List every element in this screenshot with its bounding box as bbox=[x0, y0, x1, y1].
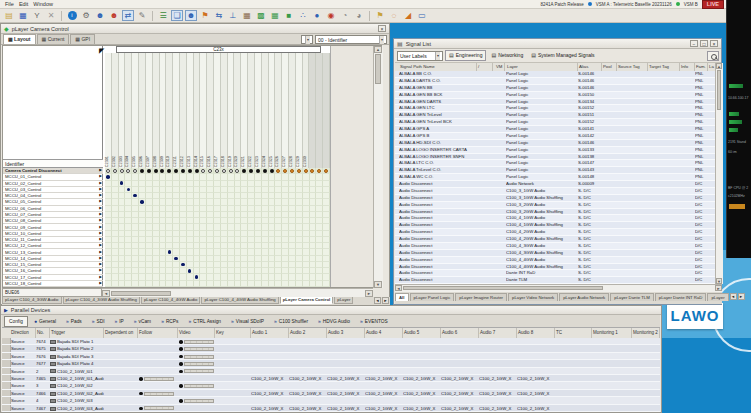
pen-icon[interactable]: ✎ bbox=[136, 10, 148, 21]
table-row[interactable]: Audio DisconnectC100_3_1GW Audio Shuffli… bbox=[395, 195, 715, 202]
column-header-info[interactable]: Info bbox=[680, 63, 695, 71]
matrix-cell[interactable] bbox=[228, 281, 235, 287]
table-row[interactable]: Source2C100_2_1GW_I01 bbox=[2, 368, 660, 375]
matrix-cell[interactable] bbox=[146, 281, 153, 287]
matrix-column-header[interactable] bbox=[309, 53, 316, 168]
swap-icon[interactable]: ⇆ bbox=[213, 10, 225, 21]
column-header-dependent-on[interactable]: Dependent on bbox=[104, 328, 138, 338]
matrix-column-header[interactable]: C2325 bbox=[269, 53, 276, 168]
matrix-cell[interactable] bbox=[269, 281, 276, 287]
video-control[interactable] bbox=[179, 384, 214, 389]
tab-scroll-icon[interactable]: ◄ bbox=[730, 293, 737, 300]
row-gutter[interactable] bbox=[2, 368, 11, 374]
delete-icon[interactable]: ✕ bbox=[45, 10, 57, 21]
row-gutter[interactable] bbox=[2, 405, 11, 411]
table-row[interactable]: Audio DisconnectC100_4_4GW Audio Shuffli… bbox=[395, 264, 715, 271]
matrix-cell[interactable] bbox=[180, 281, 187, 287]
video-control[interactable] bbox=[179, 354, 214, 359]
tab-layout[interactable]: ▦ Layout bbox=[3, 34, 36, 44]
table-row[interactable]: Source7466C100_2_1GW_I02_AudiC100_2_1GW_… bbox=[2, 390, 660, 397]
matrix-column-header[interactable]: C2317 bbox=[214, 53, 221, 168]
close-icon[interactable]: × bbox=[378, 25, 386, 32]
ramp-icon[interactable]: ◢ bbox=[402, 10, 414, 21]
system-monitor-window[interactable]: 10.66.100.172191 Stand60 imBF CPU @ 2c21… bbox=[726, 0, 751, 258]
box-icon[interactable]: ■ bbox=[283, 10, 295, 21]
menu-edit[interactable]: Edit bbox=[19, 1, 28, 7]
view-tab-networking[interactable]: ▤Networking bbox=[488, 50, 526, 61]
signal-layer-tab[interactable]: pLayer Imagine Router bbox=[455, 293, 507, 301]
column-header-key[interactable]: Key bbox=[215, 328, 251, 338]
matrix-cell[interactable] bbox=[200, 281, 207, 287]
video-control[interactable] bbox=[179, 399, 214, 404]
table-row[interactable]: ALBALA LOGO INSERTER CARTAPanel LogicS-0… bbox=[395, 147, 715, 154]
table-row[interactable]: ALBALA DARTS C.O.Panel LogicS-00146PNL bbox=[395, 78, 715, 85]
matrix-cell[interactable] bbox=[310, 281, 317, 287]
signal-layer-tab[interactable]: pLayer Audio Network bbox=[559, 293, 609, 301]
matrix-cell[interactable] bbox=[112, 281, 119, 287]
devices-tab-ip[interactable]: »IP bbox=[110, 317, 127, 326]
maximize-icon[interactable]: □ bbox=[700, 40, 708, 47]
search-icon[interactable]: ◌ bbox=[388, 10, 400, 21]
routing-matrix-grid[interactable] bbox=[105, 168, 330, 287]
column-header-direction[interactable]: Direction bbox=[10, 328, 36, 338]
column-header-fam-[interactable]: Fam. bbox=[695, 63, 708, 71]
row-gutter[interactable] bbox=[2, 390, 11, 396]
devices-tab-general[interactable]: ●General bbox=[30, 317, 60, 326]
matrix-column-header[interactable]: C2327 bbox=[282, 53, 289, 168]
clock-icon[interactable]: ◔ bbox=[339, 10, 351, 21]
column-header-audio-7[interactable]: Audio 7 bbox=[479, 328, 517, 338]
wrench-icon[interactable]: ⚙ bbox=[80, 10, 92, 21]
search-button[interactable] bbox=[707, 51, 719, 61]
layer-tab[interactable]: pLayer C100_4_3GW Audio Shuffling bbox=[63, 297, 140, 304]
matrix-cell[interactable] bbox=[173, 281, 180, 287]
row-gutter[interactable] bbox=[2, 338, 11, 344]
matrix-column-header[interactable]: C2322 bbox=[248, 53, 255, 168]
tab-gpi[interactable]: ▦ GPI bbox=[70, 34, 95, 44]
minimize-icon[interactable]: − bbox=[690, 40, 698, 47]
table-row[interactable]: ALBALA TriLevel C.O.Panel LogicS-00143PN… bbox=[395, 167, 715, 174]
table-row[interactable]: Audio DisconnectC100_3_2GW Audio Shuffli… bbox=[395, 209, 715, 216]
column-header-audio-3[interactable]: Audio 3 bbox=[327, 328, 365, 338]
matrix-column-header[interactable]: C2320 bbox=[234, 53, 241, 168]
user-arrow-icon[interactable]: ☻ bbox=[185, 10, 197, 21]
matrix-column-header[interactable]: C2305 bbox=[132, 53, 139, 168]
tab-scroll-icon[interactable]: ► bbox=[382, 297, 389, 304]
table-row[interactable]: Audio DisconnectC100_3_2GW AudioS- D/CD/… bbox=[395, 202, 715, 209]
column-header-layer[interactable]: Layer bbox=[506, 63, 578, 71]
table-row[interactable]: Audio DisconnectC100_4_4GW AudioS- D/CD/… bbox=[395, 257, 715, 264]
row-gutter[interactable] bbox=[2, 382, 11, 388]
matrix-column-header[interactable]: C2323 bbox=[255, 53, 262, 168]
matrix-column-header[interactable]: C2308 bbox=[153, 53, 160, 168]
matrix-column-header[interactable]: C2321 bbox=[241, 53, 248, 168]
layer-tab[interactable]: pLayer C100_4_4GW Audio Shuffling bbox=[201, 297, 278, 304]
devices-tab-rcps[interactable]: »RCPs bbox=[157, 317, 182, 326]
matrix-cell[interactable] bbox=[166, 281, 173, 287]
matrix-column-header[interactable]: C2326 bbox=[275, 53, 282, 168]
devices-tab-sdi[interactable]: »SDI bbox=[88, 317, 109, 326]
matrix-cell[interactable] bbox=[105, 281, 112, 287]
link-icon[interactable]: ⇄ bbox=[122, 10, 134, 21]
matrix-cell[interactable] bbox=[289, 281, 296, 287]
table-row[interactable]: ALBALA GEN TriLevelPanel LogicS-00151PNL bbox=[395, 112, 715, 119]
table-row[interactable]: Source7467C100_2_1GW_I03_AudiC100_2_1GW_… bbox=[2, 405, 660, 412]
matrix-cell[interactable] bbox=[262, 281, 269, 287]
matrix-column-header[interactable]: C2304 bbox=[125, 53, 132, 168]
users-icon[interactable]: ☻ bbox=[94, 10, 106, 21]
table-row[interactable]: ALBALA GEN BBPanel LogicS-00146PNL bbox=[395, 85, 715, 92]
branch-icon[interactable]: Y bbox=[31, 10, 43, 21]
column-header-target-tag[interactable]: Target Tag bbox=[648, 63, 680, 71]
column-header-audio-5[interactable]: Audio 5 bbox=[403, 328, 441, 338]
row-gutter[interactable] bbox=[2, 353, 11, 359]
column-header-source-tag[interactable]: Source Tag bbox=[617, 63, 648, 71]
table-row[interactable]: Source7675Bajada SDI Plato 2 bbox=[2, 345, 660, 352]
signal-layer-tab[interactable]: pLayer Video Network bbox=[508, 293, 558, 301]
matrix-column-header[interactable]: C2307 bbox=[146, 53, 153, 168]
matrix-cell[interactable] bbox=[316, 281, 323, 287]
matrix-column-header[interactable]: C2319 bbox=[228, 53, 235, 168]
matrix-cell[interactable] bbox=[221, 281, 228, 287]
matrix-column-header[interactable]: C2315 bbox=[200, 53, 207, 168]
table-row[interactable]: Audio DisconnectC100_4_1GW AudioS- D/CD/… bbox=[395, 215, 715, 222]
signal-list-titlebar[interactable]: ▤ Signal List − □ × bbox=[394, 39, 721, 49]
user-labels-combo[interactable]: User Labels ▾ bbox=[397, 51, 443, 61]
devices-tab-vcam[interactable]: »vCam bbox=[130, 317, 155, 326]
